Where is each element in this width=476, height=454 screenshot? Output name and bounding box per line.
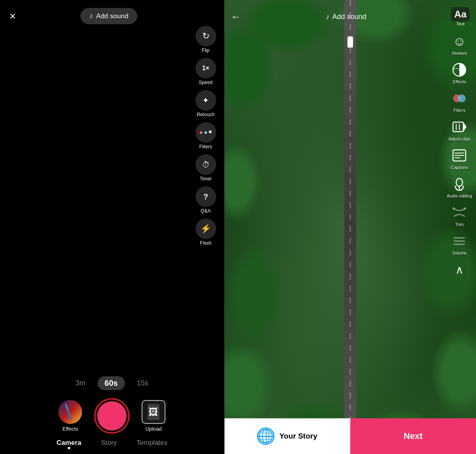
your-story-text: Your Story <box>279 432 317 441</box>
text-label: Text <box>457 21 464 26</box>
svg-point-14 <box>464 207 466 210</box>
tab-templates[interactable]: Templates <box>137 439 167 449</box>
audio-editing-tool[interactable]: Audio editing <box>447 174 472 198</box>
left-panel: × ♪ Add sound ↻ Flip 1× Speed ✦ Retouch … <box>0 0 224 454</box>
captions-tool[interactable]: Captions <box>450 146 469 170</box>
duration-15s[interactable]: 15s <box>137 379 148 387</box>
duration-60s[interactable]: 60s <box>98 376 125 390</box>
music-note-icon: ♪ <box>89 12 93 20</box>
flip-icon: ↻ <box>196 26 216 46</box>
svg-marker-4 <box>463 122 466 132</box>
story-globe-icon <box>257 427 274 445</box>
right-bottom-bar: Your Story Next <box>225 418 476 454</box>
audio-editing-label: Audio editing <box>447 193 472 198</box>
right-icon-strip: ↻ Flip 1× Speed ✦ Retouch ● ● ● Filters … <box>196 26 216 250</box>
stickers-label: Stickers <box>452 51 467 56</box>
volume-label: Volume <box>452 251 467 255</box>
speed-label: Speed <box>199 80 213 85</box>
stickers-icon: ☺ <box>450 32 469 51</box>
speed-icon-item[interactable]: 1× Speed <box>196 58 216 85</box>
effects-label: Effects <box>63 426 79 432</box>
next-button[interactable]: Next <box>350 418 476 454</box>
filters-label-right: Filters <box>453 108 465 113</box>
flip-icon-item[interactable]: ↻ Flip <box>196 26 216 53</box>
add-sound-button-left[interactable]: ♪ Add sound <box>81 8 137 24</box>
collapse-icon: ∧ <box>450 260 469 279</box>
svg-point-19 <box>263 430 269 443</box>
flash-icon-item[interactable]: ⚡ Flash <box>196 218 216 246</box>
tab-camera[interactable]: Camera <box>56 439 81 449</box>
timer-label: Timer <box>200 176 211 182</box>
aa-label: Aa <box>451 7 470 21</box>
retouch-icon-item[interactable]: ✦ Retouch <box>196 90 216 117</box>
captions-icon <box>450 146 469 165</box>
effects-tool[interactable]: Effects <box>450 60 469 84</box>
tab-story[interactable]: Story <box>101 439 117 449</box>
add-sound-button-right[interactable]: ♪ Add sound <box>326 13 366 21</box>
volume-tool[interactable]: Volume <box>450 232 469 255</box>
qa-icon-item[interactable]: ? Q&A <box>196 186 216 214</box>
upload-button[interactable]: 🖼 Upload <box>142 400 165 432</box>
svg-point-13 <box>453 207 455 210</box>
record-button-inner[interactable] <box>97 401 127 431</box>
trim-icon <box>450 203 469 222</box>
collapse-tool[interactable]: ∧ <box>450 260 469 279</box>
trim-tool[interactable]: Trim <box>450 203 469 227</box>
right-panel: ← ♪ Add sound Aa Text ☺ Stickers <box>225 0 476 454</box>
stickers-tool[interactable]: ☺ Stickers <box>450 32 469 56</box>
duration-3m[interactable]: 3m <box>76 379 86 387</box>
adjust-clips-label: Adjust clips <box>448 136 470 141</box>
svg-point-11 <box>456 178 463 186</box>
upload-label: Upload <box>146 426 162 432</box>
effects-label-right: Effects <box>453 79 466 84</box>
volume-icon <box>450 232 469 251</box>
left-header: × ♪ Add sound <box>0 0 224 28</box>
timer-icon-item[interactable]: ⏱ Timer <box>196 154 216 182</box>
retouch-icon: ✦ <box>196 90 216 111</box>
car <box>347 36 353 48</box>
right-header: ← ♪ Add sound Aa Text <box>225 0 476 30</box>
retouch-label: Retouch <box>197 112 215 117</box>
right-tools: ☺ Stickers Effects Filters <box>447 32 472 282</box>
captions-label: Captions <box>451 165 468 170</box>
back-button[interactable]: ← <box>231 11 241 23</box>
svg-rect-3 <box>453 122 463 132</box>
audio-editing-icon <box>450 174 469 193</box>
effects-icon-right <box>450 60 469 79</box>
qa-label: Q&A <box>201 208 211 214</box>
close-button[interactable]: × <box>10 11 16 22</box>
bottom-controls: Effects 🖼 Upload <box>0 394 224 436</box>
flash-icon: ⚡ <box>196 218 216 239</box>
music-note-icon-right: ♪ <box>326 13 329 21</box>
road <box>344 0 356 454</box>
text-button[interactable]: Aa Text <box>451 7 470 26</box>
duration-selector: 3m 60s 15s <box>0 372 224 394</box>
filters-icon-right <box>450 89 469 108</box>
flip-label: Flip <box>202 48 209 53</box>
effects-icon <box>58 400 82 424</box>
your-story-button[interactable]: Your Story <box>225 418 350 454</box>
filters-icon-left: ● ● ● <box>196 122 216 143</box>
effects-button[interactable]: Effects <box>58 400 82 432</box>
upload-icon: 🖼 <box>142 400 165 424</box>
filters-label-left: Filters <box>199 144 212 149</box>
timer-icon: ⏱ <box>196 154 216 175</box>
record-button-outer[interactable] <box>94 398 130 434</box>
trim-label: Trim <box>455 222 464 227</box>
camera-preview <box>0 28 224 372</box>
forest-background <box>225 0 476 454</box>
adjust-clips-tool[interactable]: Adjust clips <box>448 117 470 141</box>
svg-point-18 <box>259 430 273 443</box>
filters-icon-item-left[interactable]: ● ● ● Filters <box>196 122 216 149</box>
flash-label: Flash <box>200 240 211 246</box>
svg-point-2 <box>458 94 466 102</box>
bottom-tabs: Camera Story Templates <box>0 436 224 449</box>
speed-icon: 1× <box>196 58 216 79</box>
qa-icon: ? <box>196 186 216 207</box>
filters-tool[interactable]: Filters <box>450 89 469 113</box>
adjust-clips-icon <box>450 117 469 136</box>
